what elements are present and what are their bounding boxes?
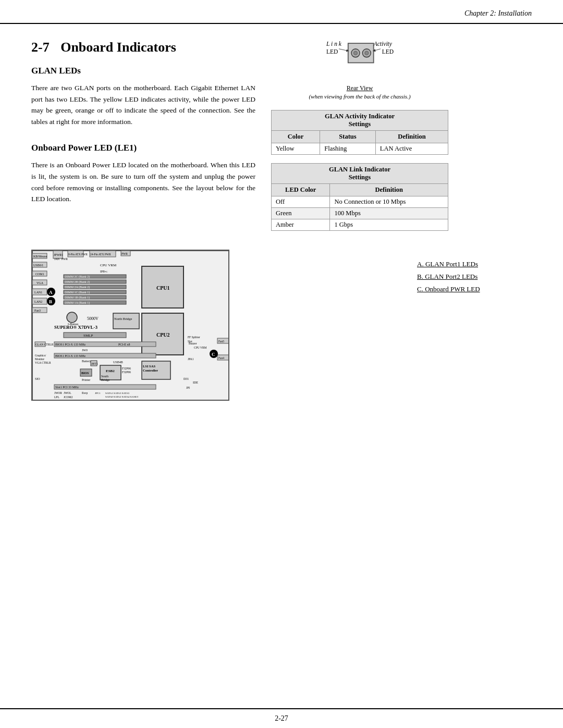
svg-text:South: South [101,375,108,378]
svg-text:A: A [49,290,53,295]
header-title: Chapter 2: Installation [464,9,532,18]
svg-text:C: C [212,352,215,357]
svg-text:F32P06: F32P06 [122,371,131,374]
section-title: Onboard Indicators [60,40,176,55]
diagram-legend: A. GLAN Port1 LEDs B. GLAN Port2 LEDs C.… [417,250,532,298]
link-row-1: Off No Connection or 10 Mbps [272,196,448,208]
svg-text:PWR: PWR [121,252,128,255]
svg-point-7 [353,51,357,55]
svg-text:Battery: Battery [82,360,91,363]
svg-text:VGA CTRLR: VGA CTRLR [35,361,51,364]
left-column: 2-7 Onboard Indicators GLAN LEDs There a… [31,40,255,239]
svg-text:DIMM 2C (Bank 2): DIMM 2C (Bank 2) [65,275,90,279]
svg-text:DIMM 1B (Bank 1): DIMM 1B (Bank 1) [65,296,90,300]
glan-leds-body: There are two GLAN ports on the motherbo… [31,82,255,127]
svg-rect-58 [113,313,139,329]
svg-text:FF Splitter: FF Splitter [188,336,200,339]
svg-text:24-Pin ATX PWR: 24-Pin ATX PWR [90,253,111,256]
legend-item-c: C. Onboard PWR LED [417,285,532,293]
svg-text:SIO: SIO [35,377,40,380]
svg-text:IDE: IDE [193,381,198,384]
link-row2-color: Green [272,208,330,219]
svg-text:F32P06: F32P06 [122,367,131,370]
svg-text:BIOS1 PCI-X 133 MHz: BIOS1 PCI-X 133 MHz [55,343,86,346]
motherboard-svg: KB/Mouse USB0/1 COM1 VGA LAN1 LAN2 Fan3 … [32,251,229,401]
svg-point-8 [365,51,369,55]
svg-text:JBT1: JBT1 [91,362,98,365]
svg-text:VGA: VGA [36,281,44,285]
led-diagram: L i n k Activity LED LED [271,40,448,106]
activity-col-color: Color [272,131,320,143]
svg-text:D31: D31 [183,377,189,380]
svg-text:BIOS1 PCI-X 133 MHz: BIOS1 PCI-X 133 MHz [55,354,86,357]
svg-text:DIMM 2A (Bank 2): DIMM 2A (Bank 2) [65,286,90,289]
svg-text:5000V: 5000V [87,316,99,321]
svg-text:GLAN CTRLR: GLAN CTRLR [35,343,54,346]
svg-rect-63 [64,332,126,338]
svg-text:PCI-E x8: PCI-E x8 [118,343,130,346]
svg-text:SATA1 SATA3 SATA5: SATA1 SATA3 SATA5 [105,392,130,394]
svg-text:Printer: Printer [82,378,90,381]
onboard-power-section: Onboard Power LED (LE1) There is an Onbo… [31,143,255,204]
svg-line-9 [339,49,348,51]
svg-text:I²C: I²C [104,270,108,273]
onboard-power-body: There is an Onboard Power LED located on… [31,159,255,204]
link-row1-color: Off [272,196,330,208]
svg-text:JWOL: JWOL [64,391,71,394]
svg-text:PWR: PWR [62,257,68,261]
page-footer: 2-27 [0,708,563,728]
svg-text:DIMM 1A (Bank 1): DIMM 1A (Bank 1) [65,301,90,305]
link-table-title: GLAN Link Indicator Settings [272,164,448,184]
main-content: 2-7 Onboard Indicators GLAN LEDs There a… [0,24,563,250]
link-row1-def: No Connection or 10 Mbps [330,196,448,208]
svg-text:Fan5: Fan5 [218,340,224,343]
link-col-def: Definition [330,184,448,196]
link-row2-def: 100 Mbps [330,208,448,219]
svg-text:SUPERO® X7DVL-3: SUPERO® X7DVL-3 [54,325,97,330]
svg-text:Graphics/: Graphics/ [35,354,46,357]
svg-text:JWOR: JWOR [54,391,62,394]
svg-text:L i n k: L i n k [326,41,342,47]
svg-text:CPU2: CPU2 [156,332,170,338]
activity-row1-def: LAN Active [375,143,448,155]
activity-col-status: Status [320,131,376,143]
svg-text:SATA0 SATA2 SATA4 SAS0/3: SATA0 SATA2 SATA4 SAS0/3 [105,396,139,398]
svg-text:LED: LED [382,48,394,55]
section-number: 2-7 [31,40,50,55]
rear-view-sub: (when viewing from the back of the chass… [309,93,410,100]
svg-text:Slot1  PCI 33 MHz: Slot1 PCI 33 MHz [55,386,79,389]
svg-text:LAN1: LAN1 [34,291,42,294]
svg-text:USB0/1: USB0/1 [33,264,43,267]
svg-text:ESB2: ESB2 [106,369,115,373]
svg-text:Activity: Activity [373,41,393,47]
page-number: 2-27 [275,714,288,722]
right-column: L i n k Activity LED LED [271,40,448,239]
svg-text:North Bridge: North Bridge [114,317,132,320]
activity-row1-color: Yellow [272,143,320,155]
svg-text:COM1: COM1 [35,273,44,276]
svg-text:KB/Mouse: KB/Mouse [33,255,47,258]
link-col-color: LED Color [272,184,330,196]
svg-text:JAN: JAN [54,257,59,261]
link-row-3: Amber 1 Gbps [272,219,448,231]
activity-indicator-table: GLAN Activity Indicator Settings Color S… [271,110,448,155]
svg-text:Rsvp: Rsvp [82,391,88,394]
svg-text:JPI: JPI [186,386,190,389]
glan-leds-heading: GLAN LEDs [31,66,255,76]
svg-text:JPA1: JPA1 [188,357,194,361]
link-indicator-table: GLAN Link Indicator Settings LED Color D… [271,163,448,231]
svg-text:Slot: Slot [188,340,192,343]
glan-leds-section: GLAN LEDs There are two GLAN ports on th… [31,66,255,127]
svg-line-10 [374,49,381,51]
svg-text:JPC1: JPC1 [95,392,101,394]
onboard-power-heading: Onboard Power LED (LE1) [31,143,255,153]
svg-text:CPU1: CPU1 [156,285,170,291]
svg-text:CPU VRM: CPU VRM [100,263,117,267]
link-row3-color: Amber [272,219,330,231]
svg-text:USB4B: USB4B [113,361,123,364]
legend-item-b: B. GLAN Port2 LEDs [417,273,532,281]
svg-text:LSI SAS: LSI SAS [143,364,155,368]
legend-item-a: A. GLAN Port1 LEDs [417,260,532,268]
svg-text:DIMM 2B (Bank 2): DIMM 2B (Bank 2) [65,280,90,284]
svg-text:LPL: LPL [54,396,59,399]
